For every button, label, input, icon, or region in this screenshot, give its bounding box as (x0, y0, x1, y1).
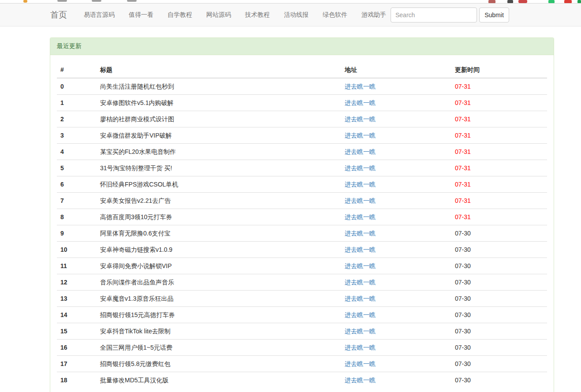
row-link-cell: 进去瞧一瞧 (341, 307, 451, 323)
row-index: 1 (57, 95, 97, 111)
row-link-cell: 进去瞧一瞧 (341, 95, 451, 111)
column-header-date: 更新时间 (451, 62, 547, 78)
row-date: 07-31 (451, 209, 547, 225)
row-title: 阿里体育无限撸0.6支付宝 (97, 225, 341, 242)
visit-link[interactable]: 进去瞧一瞧 (345, 99, 376, 106)
row-index: 13 (57, 291, 97, 307)
visit-link[interactable]: 进去瞧一瞧 (345, 377, 376, 384)
nav-item[interactable]: 游戏助手 (354, 11, 393, 19)
row-link-cell: 进去瞧一瞧 (341, 356, 451, 372)
table-row: 12 音乐间谍作者出品鱼声音乐 进去瞧一瞧 07-30 (57, 274, 547, 291)
table-row: 9 阿里体育无限撸0.6支付宝 进去瞧一瞧 07-30 (57, 225, 547, 242)
visit-link[interactable]: 进去瞧一瞧 (345, 295, 376, 302)
extension-icon-fragment (518, 0, 527, 3)
row-index: 15 (57, 323, 97, 340)
search-input[interactable] (391, 7, 477, 22)
row-link-cell: 进去瞧一瞧 (341, 372, 451, 388)
extension-icon-fragment (488, 0, 495, 4)
visit-link[interactable]: 进去瞧一瞧 (345, 279, 376, 286)
row-index: 18 (57, 372, 97, 388)
table-row: 11 安卓得间免费小说解锁VIP 进去瞧一瞧 07-30 (57, 258, 547, 274)
row-date: 07-30 (451, 291, 547, 307)
table-row: 13 安卓魔音v1.3原音乐狂出品 进去瞧一瞧 07-30 (57, 291, 547, 307)
visit-link[interactable]: 进去瞧一瞧 (345, 360, 376, 367)
row-date: 07-30 (451, 274, 547, 291)
nav-item[interactable]: 值得一看 (122, 11, 160, 19)
visit-link[interactable]: 进去瞧一瞧 (345, 262, 376, 269)
visit-link[interactable]: 进去瞧一瞧 (345, 344, 376, 351)
search-submit-button[interactable]: Submit (479, 7, 509, 22)
nav-item-home[interactable]: 首页 (50, 9, 67, 21)
nav-item[interactable]: 活动线报 (277, 11, 316, 19)
row-link-cell: 进去瞧一瞧 (341, 225, 451, 242)
row-date: 07-31 (451, 176, 547, 193)
row-title: 全国三网用户领1~5元话费 (97, 340, 341, 356)
row-link-cell: 进去瞧一瞧 (341, 274, 451, 291)
visit-link[interactable]: 进去瞧一瞧 (345, 132, 376, 139)
panel-title: 最近更新 (50, 38, 554, 55)
row-link-cell: 进去瞧一瞧 (341, 291, 451, 307)
row-date: 07-30 (451, 340, 547, 356)
navbar: 首页 易语言源码值得一看自学教程网站源码技术教程活动线报绿色软件游戏助手 Sub… (0, 4, 581, 26)
row-title: 批量修改MD5工具汉化版 (97, 372, 341, 388)
row-date: 07-31 (451, 144, 547, 160)
row-link-cell: 进去瞧一瞧 (341, 242, 451, 258)
row-index: 6 (57, 176, 97, 193)
row-date: 07-30 (451, 323, 547, 340)
visit-link[interactable]: 进去瞧一瞧 (345, 328, 376, 335)
row-date: 07-30 (451, 307, 547, 323)
row-link-cell: 进去瞧一瞧 (341, 258, 451, 274)
visit-link[interactable]: 进去瞧一瞧 (345, 83, 376, 90)
column-header-index: # (57, 62, 97, 78)
nav-links: 易语言源码值得一看自学教程网站源码技术教程活动线报绿色软件游戏助手 (77, 11, 393, 19)
visit-link[interactable]: 进去瞧一瞧 (345, 213, 376, 220)
row-date: 07-30 (451, 225, 547, 242)
browser-chrome-strip (0, 0, 581, 4)
favicon-fragment (23, 0, 27, 3)
visit-link[interactable]: 进去瞧一瞧 (345, 148, 376, 155)
row-index: 3 (57, 127, 97, 144)
row-title: 高德百度周3领10元打车券 (97, 209, 341, 225)
row-link-cell: 进去瞧一瞧 (341, 78, 451, 95)
nav-item[interactable]: 自学教程 (160, 11, 199, 19)
table-row: 1 安卓修图软件v5.1内购破解 进去瞧一瞧 07-31 (57, 95, 547, 111)
table-row: 5 31号淘宝特别整理干货 买! 进去瞧一瞧 07-31 (57, 160, 547, 176)
row-link-cell: 进去瞧一瞧 (341, 323, 451, 340)
row-title: 31号淘宝特别整理干货 买! (97, 160, 341, 176)
row-title: 招商银行领15元高德打车券 (97, 307, 341, 323)
visit-link[interactable]: 进去瞧一瞧 (345, 181, 376, 188)
nav-item[interactable]: 技术教程 (238, 11, 277, 19)
row-index: 0 (57, 78, 97, 95)
row-link-cell: 进去瞧一瞧 (341, 209, 451, 225)
visit-link[interactable]: 进去瞧一瞧 (345, 116, 376, 123)
row-date: 07-30 (451, 356, 547, 372)
visit-link[interactable]: 进去瞧一瞧 (345, 311, 376, 318)
row-date: 07-31 (451, 127, 547, 144)
visit-link[interactable]: 进去瞧一瞧 (345, 246, 376, 253)
extension-icon-fragment (507, 0, 513, 4)
row-title: 尚美生活注册随机红包秒到 (97, 78, 341, 95)
row-index: 11 (57, 258, 97, 274)
row-date: 07-31 (451, 78, 547, 95)
row-date: 07-30 (451, 258, 547, 274)
visit-link[interactable]: 进去瞧一瞧 (345, 230, 376, 237)
nav-item[interactable]: 易语言源码 (77, 11, 122, 19)
nav-item[interactable]: 网站源码 (199, 11, 238, 19)
row-link-cell: 进去瞧一瞧 (341, 144, 451, 160)
row-date: 07-31 (451, 160, 547, 176)
row-index: 14 (57, 307, 97, 323)
tab-text-fragment (92, 0, 101, 2)
row-date: 07-31 (451, 95, 547, 111)
tab-text-fragment (127, 0, 137, 2)
table-row: 3 安卓微信群发助手VIP破解 进去瞧一瞧 07-31 (57, 127, 547, 144)
table-row: 15 安卓抖音TikTok lite去限制 进去瞧一瞧 07-30 (57, 323, 547, 340)
nav-item[interactable]: 绿色软件 (316, 11, 354, 19)
search-form: Submit (391, 7, 509, 22)
row-index: 2 (57, 111, 97, 127)
row-title: 安卓修图软件v5.1内购破解 (97, 95, 341, 111)
row-index: 12 (57, 274, 97, 291)
visit-link[interactable]: 进去瞧一瞧 (345, 197, 376, 204)
row-title: 招商银行领5.8元缴费红包 (97, 356, 341, 372)
row-title: 廖桔的社群商业模式设计图 (97, 111, 341, 127)
visit-link[interactable]: 进去瞧一瞧 (345, 164, 376, 172)
